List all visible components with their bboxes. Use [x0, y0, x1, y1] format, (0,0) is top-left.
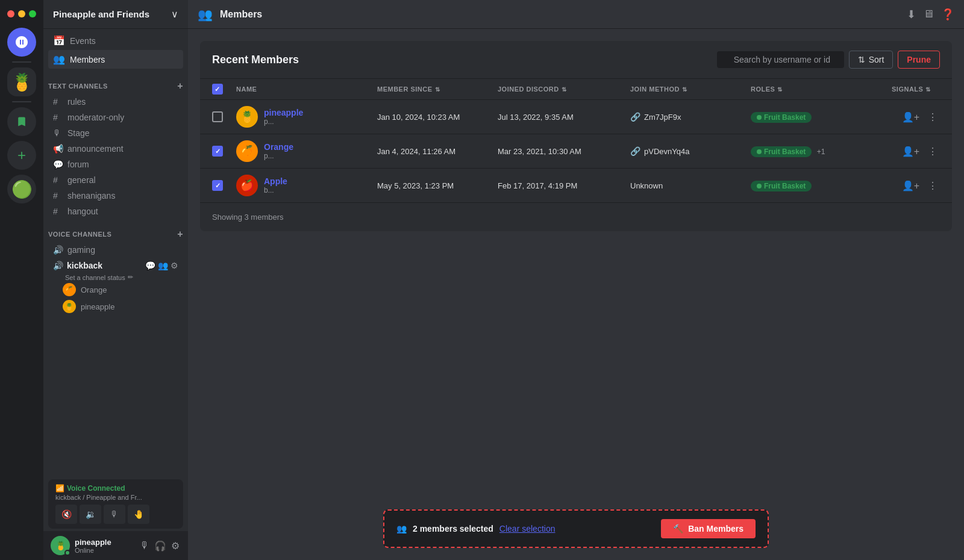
sidebar-item-events[interactable]: 📅 Events [48, 31, 183, 50]
sidebar-item-members[interactable]: 👥 Members [48, 50, 183, 69]
server-icon-bookmark[interactable] [7, 107, 36, 136]
mic-button[interactable]: 🎙 [104, 505, 125, 524]
clear-selection-button[interactable]: Clear selection [499, 524, 556, 534]
channel-general[interactable]: # general [48, 172, 183, 188]
add-member-button-apple[interactable]: 👤+ [900, 179, 922, 193]
voice-member-orange[interactable]: 🍊 Orange [48, 281, 183, 298]
more-options-button-pineapple[interactable]: ⋮ [925, 110, 940, 124]
ban-icon: 🔨 [673, 524, 683, 534]
maximize-button[interactable] [29, 10, 36, 17]
download-icon[interactable]: ⬇ [907, 8, 916, 21]
voice-controls: 🔇 🔉 🎙 🤚 [55, 505, 176, 524]
voice-connected-label: Voice Connected [67, 484, 125, 493]
add-voice-channel-button[interactable]: + [177, 229, 183, 240]
header-signals-label: SIGNALS [892, 86, 923, 93]
header-join-method[interactable]: JOIN METHOD ⇅ [630, 84, 751, 95]
add-member-button-orange[interactable]: 👤+ [900, 145, 922, 158]
more-options-button-apple[interactable]: ⋮ [925, 179, 940, 193]
content-area: Recent Members 🔍 ⇅ Sort Prune [188, 29, 964, 560]
member-name-pineapple[interactable]: pineapple [264, 108, 303, 117]
sort-roles-icon: ⇅ [777, 86, 783, 93]
topbar-title: Members [220, 9, 262, 20]
headphone-button[interactable]: 🎧 [153, 539, 167, 553]
help-icon[interactable]: ❓ [941, 8, 954, 21]
kickback-header-left: 🔊 kickback [53, 261, 102, 270]
row-checkbox-orange[interactable] [212, 146, 236, 157]
set-channel-status[interactable]: Set a channel status ✏ [48, 273, 183, 281]
checkbox-orange[interactable] [212, 146, 223, 157]
checkbox-pineapple[interactable] [212, 111, 223, 122]
cell-joined-discord-orange: Mar 23, 2021, 10:30 AM [498, 147, 630, 156]
main-content: 👥 Members ⬇ 🖥 ❓ Recent Members 🔍 ⇅ Sort [188, 0, 964, 560]
channel-forum[interactable]: 💬 forum [48, 157, 183, 172]
add-server-button[interactable]: + [7, 141, 36, 170]
server-header[interactable]: Pineapple and Friends ∨ [43, 0, 188, 29]
more-options-button-orange[interactable]: ⋮ [925, 145, 940, 158]
channel-shenanigans[interactable]: # shenanigans [48, 188, 183, 204]
channel-stage-label: Stage [67, 128, 90, 138]
row-checkbox-pineapple[interactable] [212, 111, 236, 122]
member-info-pineapple: 🍍 pineapple p... [236, 106, 377, 128]
server-icon-green[interactable]: 🟢 [7, 175, 36, 204]
display-icon[interactable]: 🖥 [923, 8, 934, 20]
header-joined-discord[interactable]: JOINED DISCORD ⇅ [498, 84, 630, 95]
server-icon-pineapple[interactable]: 🍍 [7, 67, 36, 96]
voice-channels-section: VOICE CHANNELS + [43, 219, 188, 242]
header-member-since[interactable]: MEMBER SINCE ⇅ [377, 84, 498, 95]
channel-kickback[interactable]: 🔊 kickback 💬 👥 ⚙ [48, 258, 183, 273]
join-method-value-apple: Unknown [630, 181, 663, 190]
search-input[interactable] [717, 51, 844, 68]
select-all-checkbox[interactable] [212, 84, 223, 95]
ban-members-button[interactable]: 🔨 Ban Members [661, 519, 756, 538]
channel-gaming[interactable]: 🔊 gaming [48, 242, 183, 258]
user-settings-button[interactable]: ⚙ [170, 539, 181, 553]
table-header: NAME MEMBER SINCE ⇅ JOINED DISCORD ⇅ JOI… [200, 79, 952, 100]
volume-button[interactable]: 🔉 [80, 505, 101, 524]
members-table: NAME MEMBER SINCE ⇅ JOINED DISCORD ⇅ JOI… [200, 79, 952, 231]
add-member-button-pineapple[interactable]: 👤+ [900, 110, 922, 124]
header-signals[interactable]: SIGNALS ⇅ [892, 84, 940, 95]
checkbox-apple[interactable] [212, 180, 223, 191]
voice-member-pineapple-avatar: 🍍 [63, 300, 76, 313]
member-name-orange[interactable]: Orange [264, 142, 293, 152]
search-wrapper: 🔍 [717, 51, 844, 68]
stage-icon: 🎙 [53, 128, 64, 138]
hash-icon-5: # [53, 207, 64, 216]
sort-join-method-icon: ⇅ [682, 86, 687, 93]
voice-member-pineapple[interactable]: 🍍 pineapple [48, 298, 183, 315]
add-text-channel-button[interactable]: + [177, 81, 183, 92]
channel-announcement[interactable]: 📢 announcement [48, 141, 183, 157]
server-bar: 🍍 + 🟢 [0, 0, 43, 560]
sort-button[interactable]: ⇅ Sort [849, 51, 894, 69]
chat-icon[interactable]: 💬 [145, 261, 155, 270]
header-roles[interactable]: ROLES ⇅ [751, 84, 892, 95]
channel-hangout[interactable]: # hangout [48, 204, 183, 219]
settings-icon[interactable]: ⚙ [171, 261, 178, 270]
server-name: Pineapple and Friends [53, 9, 149, 19]
row-checkbox-apple[interactable] [212, 180, 236, 191]
member-name-apple[interactable]: Apple [264, 176, 287, 186]
sort-member-since-icon: ⇅ [435, 86, 440, 93]
mute-button[interactable]: 🔇 [55, 505, 77, 524]
members-controls: 🔍 ⇅ Sort Prune [717, 51, 940, 69]
cell-member-since-pineapple: Jan 10, 2024, 10:23 AM [377, 113, 498, 122]
discord-home-icon[interactable] [7, 28, 36, 57]
mic-toggle-button[interactable]: 🎙 [139, 539, 151, 553]
member-sub-orange: p... [264, 152, 293, 160]
channel-rules-label: rules [67, 97, 86, 107]
channel-moderator-only[interactable]: # moderator-only [48, 110, 183, 125]
hand-button[interactable]: 🤚 [128, 505, 149, 524]
minimize-button[interactable] [18, 10, 25, 17]
channel-rules[interactable]: # rules [48, 94, 183, 110]
close-button[interactable] [7, 10, 14, 17]
voice-channels-label: VOICE CHANNELS [48, 231, 111, 238]
prune-button[interactable]: Prune [898, 51, 940, 69]
role-label-apple: Fruit Basket [764, 182, 806, 190]
voice-connected-title: 📶 Voice Connected [55, 484, 176, 493]
role-label-orange: Fruit Basket [764, 148, 806, 156]
speaker-icon-2: 🔊 [53, 261, 63, 270]
server-dropdown-icon: ∨ [171, 8, 178, 20]
cell-member-since-apple: May 5, 2023, 1:23 PM [377, 181, 498, 190]
people-icon[interactable]: 👥 [158, 261, 168, 270]
channel-stage[interactable]: 🎙 Stage [48, 125, 183, 141]
